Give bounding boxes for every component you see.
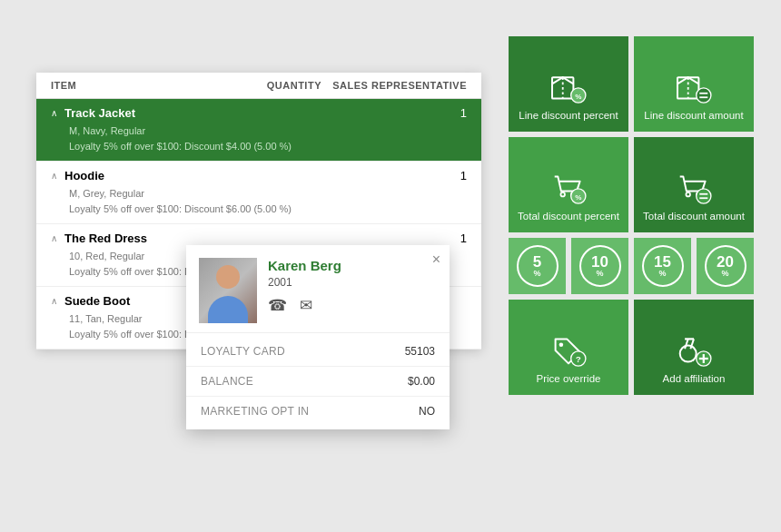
grid-row-4: ? Price override Add affiliation bbox=[509, 300, 754, 395]
balance-label: BALANCE bbox=[201, 375, 253, 388]
grid-row-2: % Total discount percent Total discount … bbox=[509, 137, 754, 232]
marketing-opt-in-row: MARKETING OPT IN NO bbox=[186, 397, 450, 426]
discount-num-10: 10 bbox=[591, 254, 608, 270]
close-button[interactable]: × bbox=[432, 252, 440, 267]
discount-pct-15: % bbox=[658, 270, 666, 278]
order-row-1[interactable]: ∧ Track Jacket 1 M, Navy, Regular Loyalt… bbox=[36, 99, 481, 162]
loyalty-card-value: 55103 bbox=[405, 345, 435, 358]
item-name-3: The Red Dress bbox=[64, 232, 394, 245]
item-name-2: Hoodie bbox=[64, 169, 394, 182]
marketing-opt-in-label: MARKETING OPT IN bbox=[201, 405, 309, 418]
col-qty-header: QUANTITY bbox=[249, 80, 321, 91]
tile-label-line-discount-percent: Line discount percent bbox=[519, 109, 618, 123]
box-equals-icon bbox=[676, 71, 712, 103]
tile-10-percent[interactable]: 10 % bbox=[571, 238, 628, 294]
tile-price-override[interactable]: ? Price override bbox=[509, 300, 628, 395]
chevron-icon-1: ∧ bbox=[51, 108, 57, 118]
tile-15-percent[interactable]: 15 % bbox=[634, 238, 691, 294]
svg-line-21 bbox=[685, 339, 688, 349]
tile-line-discount-percent[interactable]: % Line discount percent bbox=[509, 36, 628, 132]
svg-text:?: ? bbox=[576, 354, 581, 364]
svg-point-24 bbox=[680, 346, 697, 362]
item-details-1: M, Navy, Regular Loyalty 5% off over $10… bbox=[36, 122, 481, 161]
col-rep-header: SALES REPRESENTATIVE bbox=[321, 80, 467, 91]
loyalty-card-label: LOYALTY CARD bbox=[201, 345, 285, 358]
tile-label-line-discount-amount: Line discount amount bbox=[644, 109, 743, 123]
balance-row: BALANCE $0.00 bbox=[186, 367, 450, 397]
discount-circle-15: 15 % bbox=[642, 245, 684, 287]
chevron-icon-3: ∧ bbox=[51, 233, 57, 243]
email-icon[interactable]: ✉ bbox=[300, 296, 312, 315]
item-details-2: M, Grey, Regular Loyalty 5% off over $10… bbox=[36, 184, 481, 223]
popup-header: Karen Berg 2001 ☎ ✉ × bbox=[186, 245, 450, 333]
svg-point-18 bbox=[559, 343, 564, 348]
customer-photo bbox=[199, 258, 257, 323]
svg-point-9 bbox=[560, 192, 565, 197]
box-percent-icon: % bbox=[550, 71, 587, 103]
item-qty-1: 1 bbox=[394, 106, 467, 120]
tile-total-discount-percent[interactable]: % Total discount percent bbox=[509, 137, 628, 232]
balance-value: $0.00 bbox=[408, 375, 435, 388]
svg-point-6 bbox=[697, 88, 711, 103]
tile-total-discount-amount[interactable]: Total discount amount bbox=[634, 137, 754, 232]
cart-equals-icon bbox=[676, 172, 712, 204]
customer-info: Karen Berg 2001 ☎ ✉ bbox=[268, 258, 437, 315]
svg-point-15 bbox=[697, 189, 711, 203]
tile-label-price-override: Price override bbox=[537, 372, 601, 386]
cart-percent-icon: % bbox=[550, 172, 587, 204]
discount-circle-10: 10 % bbox=[579, 245, 621, 287]
popup-body: LOYALTY CARD 55103 BALANCE $0.00 MARKETI… bbox=[186, 333, 450, 429]
item-qty-2: 1 bbox=[394, 169, 467, 182]
order-row-2[interactable]: ∧ Hoodie 1 M, Grey, Regular Loyalty 5% o… bbox=[36, 162, 481, 224]
customer-actions: ☎ ✉ bbox=[268, 296, 437, 315]
svg-point-13 bbox=[686, 192, 690, 197]
discount-pct-10: % bbox=[596, 270, 603, 278]
tile-label-total-discount-percent: Total discount percent bbox=[518, 210, 619, 223]
medal-plus-icon bbox=[676, 334, 712, 367]
col-item-header: ITEM bbox=[51, 80, 249, 91]
tile-add-affiliation[interactable]: Add affiliation bbox=[634, 300, 754, 395]
svg-text:%: % bbox=[575, 193, 581, 202]
chevron-icon-4: ∧ bbox=[51, 296, 57, 306]
order-header: ITEM QUANTITY SALES REPRESENTATIVE bbox=[36, 73, 481, 99]
svg-text:%: % bbox=[575, 93, 581, 101]
tile-line-discount-amount[interactable]: Line discount amount bbox=[634, 36, 754, 132]
discount-num-5: 5 bbox=[533, 254, 541, 270]
customer-name: Karen Berg bbox=[268, 258, 437, 273]
discount-circle-5: 5 % bbox=[517, 245, 559, 287]
discount-num-20: 20 bbox=[717, 254, 734, 270]
chevron-icon-2: ∧ bbox=[51, 171, 57, 181]
phone-icon[interactable]: ☎ bbox=[268, 296, 287, 315]
discount-pct-5: % bbox=[533, 270, 540, 278]
grid-panel: % Line discount percent Line discount am… bbox=[509, 36, 754, 400]
discount-pct-20: % bbox=[721, 270, 728, 278]
customer-popup: Karen Berg 2001 ☎ ✉ × LOYALTY CARD 55103… bbox=[186, 245, 450, 429]
discount-row: 5 % 10 % 15 % 20 % bbox=[509, 238, 754, 294]
tag-question-icon: ? bbox=[550, 334, 587, 367]
customer-id: 2001 bbox=[268, 276, 437, 289]
main-scene: ITEM QUANTITY SALES REPRESENTATIVE ∧ Tra… bbox=[0, 0, 781, 532]
discount-circle-20: 20 % bbox=[705, 245, 746, 287]
loyalty-card-row: LOYALTY CARD 55103 bbox=[186, 337, 450, 367]
grid-row-1: % Line discount percent Line discount am… bbox=[509, 36, 754, 132]
item-qty-3: 1 bbox=[394, 232, 467, 245]
tile-5-percent[interactable]: 5 % bbox=[509, 238, 566, 294]
tile-20-percent[interactable]: 20 % bbox=[697, 238, 754, 294]
marketing-opt-in-value: NO bbox=[419, 405, 435, 418]
item-name-1: Track Jacket bbox=[64, 106, 394, 120]
discount-num-15: 15 bbox=[654, 254, 671, 270]
tile-label-total-discount-amount: Total discount amount bbox=[643, 210, 745, 223]
tile-label-add-affiliation: Add affiliation bbox=[663, 372, 726, 386]
